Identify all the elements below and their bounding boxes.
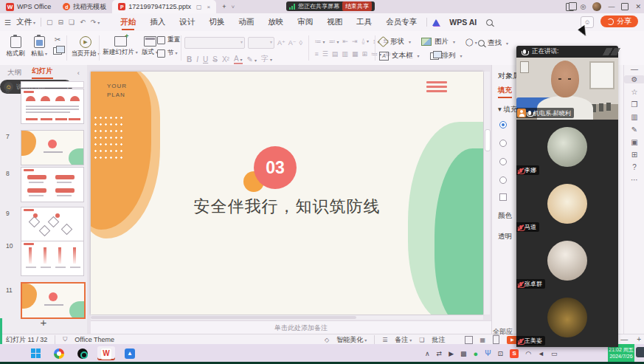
numbering-button[interactable]: ≕: [329, 38, 339, 45]
notes-placeholder[interactable]: 单击此处添加备注: [274, 323, 328, 333]
menu-home[interactable]: 开始: [116, 13, 140, 31]
menu-wps-ai[interactable]: WPS AI: [445, 13, 481, 31]
char-tools-button[interactable]: 字: [261, 54, 272, 64]
reset-button[interactable]: 重置: [157, 35, 182, 44]
restore-button[interactable]: [621, 3, 629, 10]
fill-radio-2[interactable]: [499, 140, 507, 147]
file-menu[interactable]: 文件: [16, 17, 35, 27]
outdent-button[interactable]: ⇤: [343, 38, 349, 45]
tray-sogou-icon[interactable]: S: [510, 349, 519, 358]
fill-radio-selected[interactable]: [499, 121, 507, 128]
add-slide-button[interactable]: +: [0, 313, 87, 332]
print-icon[interactable]: ⊟: [58, 18, 64, 26]
tab-docer-templates[interactable]: d 找稻壳模板: [57, 0, 112, 13]
layout-pane-icon[interactable]: ▣: [624, 138, 644, 146]
thumbnail-slide-6[interactable]: [21, 89, 84, 124]
more-icon[interactable]: ⋯: [624, 176, 644, 184]
taskbar-notification-icon[interactable]: [636, 347, 644, 357]
account-avatar[interactable]: [592, 2, 601, 11]
favorites-icon[interactable]: ☆: [624, 88, 644, 96]
zoom-in-button[interactable]: +: [637, 335, 641, 343]
horizontal-scrollbar-thumb[interactable]: [91, 316, 356, 319]
split-view-icon[interactable]: [566, 3, 574, 11]
tray-wifi-icon[interactable]: ◠: [525, 350, 531, 357]
slide-canvas[interactable]: YOUR PLAN 03 安全伴我行，知识筑防线: [91, 72, 483, 315]
menu-member[interactable]: 会员专享: [381, 13, 421, 31]
copy-icon[interactable]: [53, 47, 62, 55]
tray-green-app-icon[interactable]: ●: [474, 349, 479, 358]
notes-button[interactable]: 备注: [395, 335, 412, 345]
new-pane-icon[interactable]: ⊞: [624, 151, 644, 159]
fill-checkbox[interactable]: [499, 193, 507, 201]
help-icon[interactable]: ?: [624, 163, 644, 171]
tray-gallery-icon[interactable]: ▩: [460, 350, 467, 357]
edit-tools-icon[interactable]: ✎: [624, 126, 644, 134]
taskbar-wps[interactable]: W: [97, 346, 115, 360]
apply-all-button[interactable]: 全部应: [493, 327, 513, 337]
share-button[interactable]: 分享: [600, 16, 638, 27]
start-button[interactable]: [27, 346, 44, 360]
distribute-button[interactable]: ▦: [352, 50, 359, 58]
stop-sharing-button[interactable]: 结束共享: [342, 1, 372, 11]
font-color-button[interactable]: A: [234, 55, 243, 64]
tray-expand-icon[interactable]: ∧: [425, 350, 430, 357]
tab-slides[interactable]: 幻灯片: [32, 66, 53, 79]
tray-mic-icon[interactable]: Ψ: [485, 349, 491, 357]
menu-tools[interactable]: 工具: [352, 13, 376, 31]
fill-radio-3[interactable]: [499, 158, 507, 165]
align-left-button[interactable]: ≡: [315, 50, 319, 58]
tray-media-icon[interactable]: ▶: [449, 350, 454, 357]
menu-transitions[interactable]: 切换: [204, 13, 229, 31]
vertical-scrollbar-thumb[interactable]: [485, 129, 491, 151]
menu-design[interactable]: 设计: [175, 13, 199, 31]
undo-icon[interactable]: ↶: [80, 18, 86, 26]
justify-button[interactable]: ▥: [342, 50, 348, 58]
redo-icon[interactable]: ↷: [91, 18, 100, 26]
participant-tile[interactable]: 李娜: [516, 120, 618, 177]
picture-button[interactable]: 图片: [421, 37, 455, 47]
textbox-button[interactable]: A 文本框: [379, 51, 420, 61]
minimize-button[interactable]: —: [608, 3, 614, 10]
text-direction-button[interactable]: ⍙: [361, 37, 369, 45]
menu-view[interactable]: 视图: [322, 13, 347, 31]
bold-button[interactable]: B: [187, 55, 192, 63]
menu-insert[interactable]: 插入: [145, 13, 170, 31]
highlight-button[interactable]: ✎: [247, 55, 257, 63]
tab-outline[interactable]: 大纲: [7, 68, 21, 78]
animation-pane-icon[interactable]: ❐: [624, 100, 644, 109]
font-family-select[interactable]: [184, 37, 245, 49]
taskbar-browser[interactable]: [50, 346, 68, 360]
participant-tile-host[interactable]: 机电系-郝晓利: [516, 58, 618, 120]
font-size-select[interactable]: [248, 37, 274, 49]
new-tab-button[interactable]: + ˅: [216, 0, 240, 13]
vertical-scrollbar[interactable]: [484, 72, 490, 315]
tray-volume-icon[interactable]: ◄: [538, 350, 544, 357]
menu-slideshow[interactable]: 放映: [263, 13, 288, 31]
hamburger-icon[interactable]: ☰: [4, 18, 11, 27]
collapse-panel-icon[interactable]: ‹: [77, 69, 80, 77]
fill-tab[interactable]: 填充: [498, 86, 512, 98]
tray-device-icon[interactable]: ▭: [551, 350, 558, 357]
bullets-button[interactable]: ≔: [315, 38, 325, 45]
thumbnail-slide-7[interactable]: [21, 130, 84, 165]
tab-wps-home[interactable]: W WPS Office: [0, 0, 57, 13]
thumbnail-slide-8[interactable]: [21, 167, 84, 202]
fill-radio-4[interactable]: [499, 176, 507, 184]
grow-font-icon[interactable]: A⁺: [277, 39, 285, 47]
taskbar-cloud[interactable]: ▲: [121, 346, 139, 360]
tray-capture-icon[interactable]: ⊡: [498, 350, 504, 357]
participant-tile[interactable]: 张卓群: [516, 233, 618, 291]
find-button[interactable]: 查找: [478, 38, 508, 48]
preview-icon[interactable]: ❏: [69, 18, 75, 26]
section-button[interactable]: 节: [157, 49, 182, 58]
fill-section-header[interactable]: ▾ 填充: [498, 105, 517, 114]
table-button[interactable]: ⊞: [361, 50, 367, 58]
thumbnail-slide-10[interactable]: [21, 241, 84, 276]
thumbnail-slide5-partial[interactable]: [21, 81, 84, 88]
format-painter-button[interactable]: 格式刷: [4, 36, 27, 58]
theme-name[interactable]: Office Theme: [75, 336, 114, 343]
participant-tile[interactable]: 王美姿: [516, 290, 618, 347]
save-icon[interactable]: ▢: [46, 18, 53, 26]
collapse-strip-icon[interactable]: —: [624, 65, 644, 73]
media-button[interactable]: ◯: [465, 38, 477, 46]
